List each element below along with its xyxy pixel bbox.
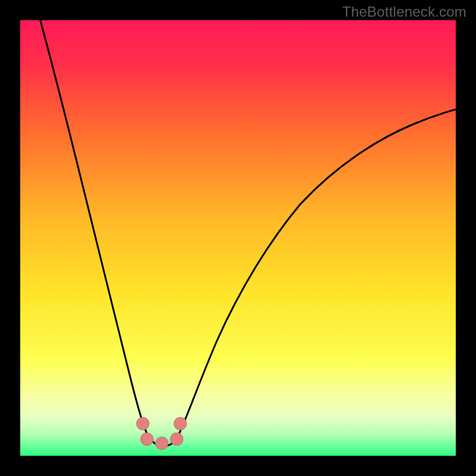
data-marker: [155, 437, 168, 450]
bottleneck-curve: [20, 20, 456, 456]
plot-area: [20, 20, 456, 456]
data-marker: [174, 417, 187, 430]
data-marker: [140, 433, 154, 446]
watermark-text: TheBottleneck.com: [342, 4, 466, 20]
data-marker: [170, 433, 183, 446]
chart-frame: TheBottleneck.com: [0, 0, 476, 476]
data-marker: [136, 417, 149, 430]
